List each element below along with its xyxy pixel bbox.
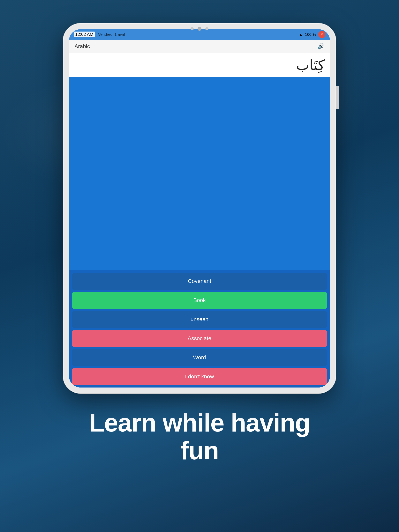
- status-bar: 12:02 AM Vendredi 1 avril ▲ 100 % ✕: [69, 29, 330, 40]
- status-right: ▲ 100 % ✕: [299, 31, 325, 38]
- tablet-screen: 12:02 AM Vendredi 1 avril ▲ 100 % ✕ Arab…: [69, 29, 330, 387]
- close-button[interactable]: ✕: [318, 31, 325, 38]
- arabic-word: كِتَاب: [296, 57, 325, 73]
- camera-dot: [198, 27, 201, 31]
- sensor-dot-right: [205, 27, 208, 30]
- tablet-top-sensors: [191, 27, 208, 31]
- status-date: Vendredi 1 avril: [98, 32, 125, 37]
- answer-i-dont-know[interactable]: I don't know: [72, 368, 327, 385]
- speaker-icon[interactable]: 🔊: [318, 43, 325, 50]
- answer-word[interactable]: Word: [72, 349, 327, 366]
- tablet-wrapper: 12:02 AM Vendredi 1 avril ▲ 100 % ✕ Arab…: [63, 23, 336, 393]
- answer-book[interactable]: Book: [72, 292, 327, 309]
- word-display: كِتَاب: [69, 53, 330, 77]
- tablet-frame: 12:02 AM Vendredi 1 avril ▲ 100 % ✕ Arab…: [63, 23, 336, 393]
- battery-percent: 100 %: [305, 32, 316, 37]
- tagline-line2: fun: [89, 437, 310, 465]
- main-blue-area: [69, 77, 330, 270]
- status-time: 12:02 AM: [74, 32, 95, 37]
- wifi-icon: ▲: [299, 32, 302, 37]
- answer-associate[interactable]: Associate: [72, 330, 327, 347]
- language-title: Arabic: [74, 43, 90, 50]
- answers-area: Covenant Book unseen Associate Word I do…: [69, 270, 330, 387]
- tablet-side-button: [336, 86, 339, 109]
- answer-unseen[interactable]: unseen: [72, 311, 327, 328]
- answer-covenant[interactable]: Covenant: [72, 273, 327, 290]
- tagline: Learn while having fun: [70, 409, 329, 465]
- close-icon: ✕: [321, 32, 323, 37]
- tagline-line1: Learn while having: [89, 409, 310, 437]
- sensor-dot-left: [191, 27, 194, 30]
- app-header: Arabic 🔊: [69, 40, 330, 53]
